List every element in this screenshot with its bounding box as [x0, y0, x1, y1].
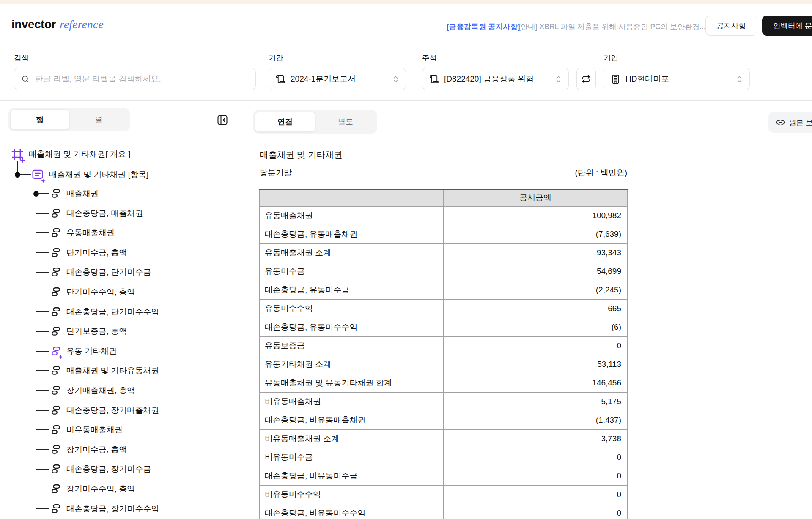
row-label-cell: 유동기타채권 소계: [260, 355, 444, 374]
tree-node-dot: [15, 172, 20, 178]
tree-group-label: 매출채권 및 기타채권 [항목]: [49, 169, 148, 180]
tree-item[interactable]: 매출채권: [50, 187, 99, 200]
tree-item[interactable]: 단기미수수익, 총액: [50, 285, 135, 299]
table-row: 비유동미수금0: [260, 448, 628, 467]
amount-cell: 93,343: [444, 243, 628, 262]
tab-consolidated[interactable]: 연결: [255, 112, 315, 132]
tree-item-label: 매출채권: [66, 188, 99, 199]
table-row: 대손충당금, 비유동미수수익0: [260, 504, 628, 519]
table-row: 유동미수금54,699: [260, 262, 628, 281]
tab-separate[interactable]: 별도: [315, 112, 376, 132]
row-label-cell: 대손충당금, 비유동미수수익: [260, 504, 444, 519]
tree-connector: [36, 469, 49, 470]
table-row: 유동매출채권 및 유동기타채권 합계146,456: [260, 374, 628, 392]
tree-connector: [36, 232, 49, 233]
notice-button[interactable]: 공지사항: [705, 16, 757, 36]
tree-item[interactable]: 장기매출채권, 총액: [50, 384, 135, 397]
element-icon: [50, 326, 61, 337]
company-label: 기업: [604, 53, 618, 63]
fss-notice-link[interactable]: [금융감독원 공지사항]: [447, 22, 520, 32]
tree-connector: [36, 331, 49, 332]
amount-cell: (1,437): [444, 411, 628, 429]
row-label-cell: 유동매출채권 소계: [260, 243, 444, 262]
tree-item-label: 유동 기타채권: [66, 346, 117, 357]
row-label-cell: 유동미수금: [260, 262, 444, 281]
tree-connector: [36, 489, 49, 489]
tree-item[interactable]: 장기미수금, 총액: [50, 443, 127, 456]
row-label-cell: 유동매출채권 및 유동기타채권 합계: [260, 374, 444, 392]
view-source-button[interactable]: 원본 보: [768, 112, 812, 133]
amount-cell: 665: [444, 299, 628, 318]
tree-item[interactable]: 대손충당금, 매출채권: [50, 207, 143, 220]
tree-item-label: 대손충당금, 단기미수수익: [66, 306, 159, 317]
tab-rows[interactable]: 행: [10, 109, 70, 130]
tree-item-label: 장기매출채권, 총액: [66, 385, 135, 396]
tab-columns[interactable]: 열: [70, 109, 129, 130]
tree-item[interactable]: 대손충당금, 장기미수수익: [50, 502, 159, 516]
element-icon: [50, 385, 61, 396]
app-logo: invectorreference: [11, 18, 104, 31]
tree-item[interactable]: 유동 기타채권: [50, 344, 117, 358]
tree-root-item[interactable]: 매출채권 및 기타채권[ 개요 ]: [11, 148, 131, 161]
search-box: [14, 68, 256, 90]
unit-caption: (단위 : 백만원): [575, 167, 628, 178]
element-icon: [50, 503, 61, 514]
tree-connector: [36, 193, 49, 194]
tree-group-item[interactable]: 매출채권 및 기타채권 [항목]: [31, 168, 148, 181]
swap-icon: [582, 74, 591, 84]
element-icon: [50, 188, 61, 199]
list-card-sparkle-icon: [31, 168, 44, 181]
amount-cell: (7,639): [444, 225, 628, 243]
tree-item[interactable]: 대손충당금, 장기미수금: [50, 462, 151, 476]
footnote-select[interactable]: [D822420] 금융상품 위험: [422, 68, 569, 90]
tree-item-label: 대손충당금, 장기미수금: [66, 464, 151, 475]
period-label: 기간: [269, 53, 283, 63]
table-row: 대손충당금, 비유동매출채권(1,437): [260, 411, 628, 429]
element-icon: [50, 464, 61, 475]
tree-item[interactable]: 단기미수금, 총액: [50, 246, 127, 260]
tree-root-label: 매출채권 및 기타채권[ 개요 ]: [29, 149, 131, 160]
tree-item-label: 유동매출채권: [66, 227, 115, 238]
tree-item[interactable]: 단기보증금, 총액: [50, 325, 127, 338]
tree-item[interactable]: 대손충당금, 단기미수금: [50, 265, 151, 279]
amount-cell: 0: [444, 336, 628, 355]
tree-item[interactable]: 비유동매출채권: [50, 423, 123, 437]
chevrons-up-down-icon: [392, 75, 400, 83]
amount-cell: 3,738: [444, 429, 628, 448]
row-label-header: [260, 189, 444, 206]
amount-cell: (6): [444, 318, 628, 336]
statement-meta: 당분기말 (단위 : 백만원): [260, 167, 627, 178]
tree-connector: [36, 292, 49, 292]
company-select[interactable]: HD현대미포: [604, 68, 750, 90]
amount-cell: 146,456: [444, 374, 628, 392]
amount-cell: 0: [444, 448, 628, 467]
contact-button[interactable]: 인벡터에 문의: [762, 16, 812, 36]
amount-cell: 54,699: [444, 262, 628, 281]
tree-connector: [36, 429, 49, 430]
table-row: 유동기타채권 소계53,113: [260, 355, 628, 374]
xbrl-info-link[interactable]: [안내] XBRL 파일 제출을 위해 사용중인 PC의 보안환경...: [518, 22, 706, 32]
row-column-tabset: 행 열: [8, 108, 130, 131]
tree-connector: [36, 410, 49, 411]
top-accent-bar: [0, 0, 812, 4]
element-icon: [50, 227, 61, 238]
tree-item[interactable]: 대손충당금, 단기미수수익: [50, 305, 159, 319]
sidebar-collapse-button[interactable]: [217, 114, 228, 126]
logo-primary: invector: [11, 18, 56, 31]
tree-item-label: 비유동매출채권: [66, 424, 123, 435]
amount-cell: 0: [444, 504, 628, 519]
search-input[interactable]: [34, 74, 249, 84]
tree-item[interactable]: 장기미수수익, 총액: [50, 482, 135, 496]
row-label-cell: 대손충당금, 비유동매출채권: [260, 411, 444, 429]
tree-item[interactable]: 대손충당금, 장기매출채권: [50, 404, 159, 417]
period-select[interactable]: 2024-1분기보고서: [269, 68, 406, 90]
swap-button[interactable]: [576, 68, 596, 90]
row-label-cell: 대손충당금, 유동미수수익: [260, 318, 444, 336]
main-panel: 연결 별도 원본 보 매출채권 및 기타채권 당분기말 (단위 : 백만원) 공…: [244, 101, 812, 519]
row-label-cell: 유동매출채권: [260, 206, 444, 225]
link-icon: [776, 118, 785, 127]
footnote-value: [D822420] 금융상품 위험: [444, 74, 549, 85]
tree-item[interactable]: 매출채권 및 기타유동채권: [50, 364, 159, 377]
table-row: 유동보증금0: [260, 336, 628, 355]
tree-item[interactable]: 유동매출채권: [50, 226, 115, 240]
